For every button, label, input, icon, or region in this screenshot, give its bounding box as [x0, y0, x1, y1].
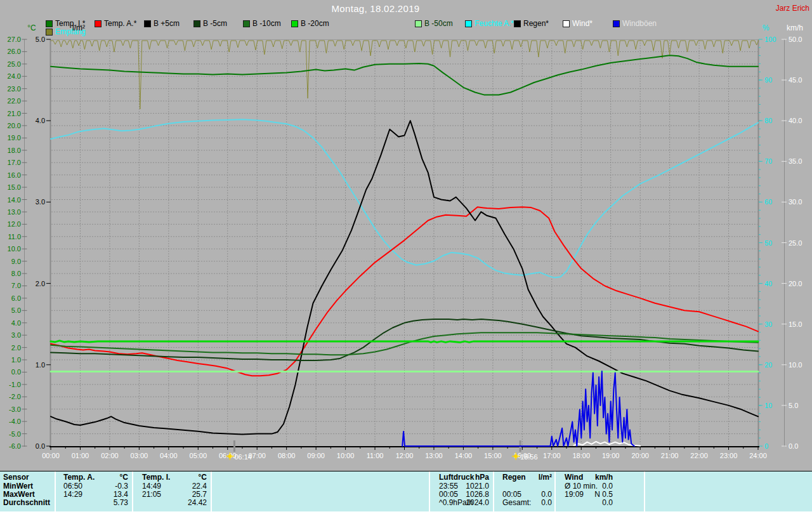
- series-windboeen: [402, 371, 634, 446]
- axis-tick-label: 22.0: [8, 97, 21, 105]
- axis-tick-label: 3.0: [11, 331, 21, 339]
- table-separator: [429, 471, 430, 512]
- axis-tick-label: 2.0: [11, 344, 21, 352]
- axis-tick-label: -1.0: [9, 381, 21, 388]
- table-col-header: Wind: [565, 473, 583, 482]
- axis-tick-label: 15:56: [520, 453, 538, 461]
- axis-tick-label: °C: [27, 23, 36, 32]
- axis-tick-label: 8.0: [11, 270, 21, 277]
- table-col-header: Temp. I.: [142, 473, 170, 482]
- stat-cell-value: 0.0: [541, 499, 552, 507]
- axis-kmh: 50.045.040.035.030.025.020.015.010.05.00…: [782, 23, 803, 450]
- axis-tick-label: 21:00: [661, 452, 679, 459]
- axis-tick-label: 13.0: [8, 208, 21, 216]
- axis-tick-label: 05:00: [190, 452, 207, 459]
- axis-tick-label: 2.0: [36, 280, 45, 287]
- axis-tick-label: 13:00: [425, 452, 443, 459]
- axis-tick-label: 10.0: [8, 245, 21, 253]
- axis-tick-label: %: [763, 23, 769, 32]
- axis-tick-label: 24:00: [749, 452, 767, 459]
- axis-tick-label: 10: [764, 402, 772, 409]
- table-row-label: Durchschnitt: [3, 499, 50, 507]
- axis-tick-label: 7.0: [11, 282, 21, 289]
- axis-tick-label: 09:00: [307, 452, 325, 459]
- axis-tick-label: 3.0: [36, 198, 45, 206]
- sun-marker-sunrise: 06:14: [226, 440, 252, 461]
- axis-tick-label: 4.0: [11, 319, 21, 327]
- table-col-unit: °C: [199, 473, 207, 482]
- axis-tick-label: 70: [764, 157, 772, 165]
- table-separator: [644, 471, 645, 512]
- stat-cell-time: 21:05: [142, 491, 161, 499]
- axis-tick-label: 100: [764, 36, 776, 43]
- series-b-10cm: [51, 333, 758, 355]
- stat-cell-time: 14:29: [63, 491, 82, 499]
- axis-tick-label: 11:00: [367, 452, 384, 459]
- axis-time: 00:0001:0002:0003:0004:0005:0006:0007:00…: [42, 447, 767, 459]
- axis-tick-label: 04:00: [160, 452, 178, 459]
- axis-tick-label: 20: [764, 361, 772, 369]
- axis-tick-label: 25.0: [8, 60, 21, 68]
- table-column-temp-a-: Temp. A.°C06:50-0.314:2913.45.73: [57, 471, 129, 512]
- axis-tick-label: 30: [764, 320, 772, 328]
- table-separator: [132, 471, 133, 512]
- axis-tick-label: 0.0: [789, 442, 798, 450]
- axis-tick-label: 9.0: [11, 258, 21, 265]
- chart-plot: 27.026.025.024.023.022.021.020.019.018.0…: [0, 0, 812, 470]
- axis-tick-label: 23.0: [8, 85, 21, 93]
- stat-cell-time: Gesamt:: [502, 499, 531, 507]
- stat-cell-value: 1024.0: [466, 499, 489, 507]
- stat-cell-time: 19:09: [565, 491, 584, 499]
- axis-tick-label: 15.0: [789, 320, 802, 328]
- axis-tick-label: 60: [764, 198, 772, 206]
- axis-tick-label: 10.0: [789, 361, 802, 369]
- series-b-20cm: [51, 341, 758, 343]
- axis-tick-label: 06:14: [234, 453, 252, 461]
- axis-percent: 1009080706050403020100%: [759, 23, 776, 450]
- axis-tick-label: 23:00: [720, 452, 738, 459]
- table-col-header: Luftdruck: [439, 473, 474, 482]
- axis-tick-label: -6.0: [9, 442, 21, 450]
- table-column-luftdruck: LuftdruckhPa23:551021.000:051026.8^0.9hP…: [433, 471, 490, 512]
- stat-cell-value: 5.73: [114, 499, 128, 507]
- axis-tick-label: -3.0: [9, 405, 21, 413]
- table-separator: [493, 471, 494, 512]
- table-col-header: Regen: [502, 473, 526, 482]
- axis-tick-label: 12:00: [396, 452, 414, 459]
- axis-tick-label: 1.0: [36, 361, 45, 369]
- table-col-unit: °C: [120, 473, 128, 482]
- axis-tick-label: 40.0: [789, 117, 802, 124]
- stats-table: SensorMinWertMaxWertDurchschnittTemp. A.…: [0, 471, 812, 512]
- axis-tick-label: 19.0: [8, 134, 21, 142]
- axis-tick-label: 20.0: [8, 122, 21, 129]
- axis-tick-label: 50.0: [789, 36, 802, 43]
- table-column-regen: Regenl/m²00:050.0Gesamt:0.0: [496, 471, 553, 512]
- axis-tick-label: 45.0: [789, 76, 802, 84]
- axis-tick-label: 26.0: [8, 48, 21, 55]
- axis-tick-label: 18:00: [572, 452, 590, 459]
- table-col-header: Temp. A.: [63, 473, 95, 482]
- axis-tick-label: 0.0: [11, 368, 21, 376]
- axis-tick-label: 06:00: [219, 452, 237, 459]
- axis-tick-label: 01:00: [72, 452, 89, 459]
- axis-tick-label: l/m²: [72, 23, 85, 32]
- axis-temp-c: 27.026.025.024.023.022.021.020.019.018.0…: [8, 23, 36, 450]
- table-row-label: Sensor: [3, 473, 29, 482]
- stat-cell-value: 0.0: [602, 499, 613, 507]
- table-column-wind: Windkm/hØ 10 min.0.019:09N 0.50.0: [558, 471, 614, 512]
- axis-tick-label: 4.0: [36, 117, 45, 124]
- axis-tick-label: 17.0: [8, 159, 21, 166]
- bottom-strip: [0, 511, 812, 514]
- table-column-temp-i-: Temp. I.°C14:4922.421:0525.724.42: [136, 471, 208, 512]
- gridlines: [51, 40, 757, 445]
- axis-tick-label: 03:00: [131, 452, 148, 459]
- axis-tick-label: 17:00: [543, 452, 561, 459]
- axis-tick-label: -2.0: [9, 393, 21, 400]
- axis-tick-label: 27.0: [8, 36, 21, 43]
- axis-tick-label: 80: [764, 117, 772, 124]
- axis-tick-label: 0.0: [36, 442, 45, 450]
- axis-tick-label: 16.0: [8, 171, 21, 179]
- axis-tick-label: -5.0: [9, 430, 21, 438]
- axis-tick-label: 22:00: [690, 452, 708, 459]
- sun-marker-sunset: 15:56: [512, 440, 538, 461]
